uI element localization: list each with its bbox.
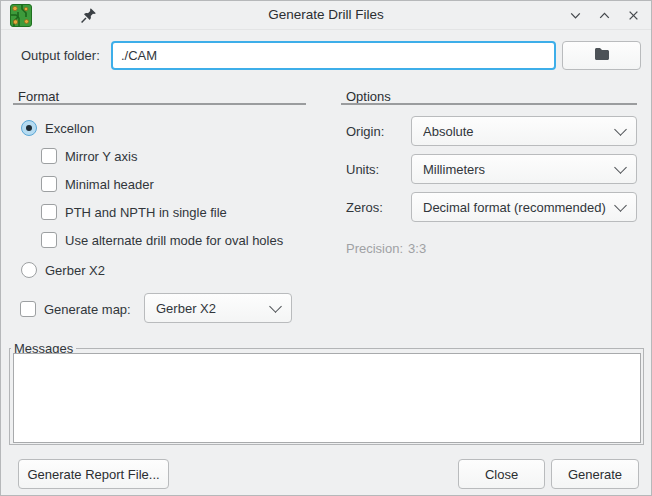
close-dialog-label: Close	[485, 467, 518, 482]
chevron-down-icon	[614, 123, 627, 136]
window-controls	[567, 1, 641, 29]
messages-area[interactable]	[13, 353, 641, 443]
radio-row-gerber-x2: Gerber X2	[21, 262, 105, 278]
output-folder-input[interactable]	[111, 41, 556, 70]
units-select[interactable]: Millimeters	[411, 154, 637, 184]
browse-folder-button[interactable]	[562, 41, 641, 70]
mirror-y-label: Mirror Y axis	[65, 149, 137, 164]
zeros-value: Decimal format (recommended)	[423, 200, 606, 215]
generate-map-label: Generate map:	[44, 302, 131, 317]
oval-holes-label: Use alternate drill mode for oval holes	[65, 233, 283, 248]
checkbox-row-mirror-y: Mirror Y axis	[41, 148, 137, 164]
checkbox-row-oval-holes: Use alternate drill mode for oval holes	[41, 232, 283, 248]
pth-npth-label: PTH and NPTH in single file	[65, 205, 227, 220]
origin-label: Origin:	[346, 124, 384, 139]
generate-map-value: Gerber X2	[156, 301, 216, 316]
chevron-down-icon	[269, 300, 282, 313]
window-title: Generate Drill Files	[1, 7, 651, 22]
close-dialog-button[interactable]: Close	[458, 459, 545, 489]
origin-select[interactable]: Absolute	[411, 116, 637, 146]
generate-map-checkbox[interactable]	[20, 301, 36, 317]
checkbox-row-pth-npth: PTH and NPTH in single file	[41, 204, 227, 220]
gerber-x2-radio[interactable]	[21, 262, 37, 278]
units-value: Millimeters	[423, 162, 485, 177]
generate-map-select[interactable]: Gerber X2	[144, 293, 292, 323]
gerber-x2-radio-label: Gerber X2	[45, 263, 105, 278]
generate-label: Generate	[568, 467, 622, 482]
zeros-label: Zeros:	[346, 200, 383, 215]
output-folder-label: Output folder:	[21, 48, 100, 63]
chevron-down-icon	[614, 199, 627, 212]
minimal-header-label: Minimal header	[65, 177, 154, 192]
format-divider	[13, 103, 306, 105]
zeros-select[interactable]: Decimal format (recommended)	[411, 192, 637, 222]
excellon-radio-label: Excellon	[45, 121, 94, 136]
origin-value: Absolute	[423, 124, 474, 139]
mirror-y-checkbox[interactable]	[41, 148, 57, 164]
generate-report-file-label: Generate Report File...	[27, 467, 159, 482]
precision-row: Precision: 3:3	[346, 241, 426, 256]
maximize-button[interactable]	[596, 7, 612, 23]
minimal-header-checkbox[interactable]	[41, 176, 57, 192]
chevron-down-icon	[614, 161, 627, 174]
excellon-radio[interactable]	[21, 120, 37, 136]
generate-drill-files-dialog: Generate Drill Files Output folder:	[0, 0, 652, 496]
generate-button[interactable]: Generate	[551, 459, 639, 489]
precision-label: Precision:	[346, 241, 403, 256]
precision-value: 3:3	[408, 241, 426, 256]
folder-icon	[594, 47, 610, 64]
titlebar: Generate Drill Files	[1, 1, 651, 30]
pth-npth-checkbox[interactable]	[41, 204, 57, 220]
format-section-title: Format	[18, 89, 59, 104]
oval-holes-checkbox[interactable]	[41, 232, 57, 248]
close-button[interactable]	[625, 7, 641, 23]
minimize-button[interactable]	[567, 7, 583, 23]
options-section-title: Options	[346, 89, 391, 104]
generate-report-file-button[interactable]: Generate Report File...	[18, 459, 169, 489]
generate-map-row: Generate map:	[20, 301, 131, 317]
radio-row-excellon: Excellon	[21, 120, 94, 136]
options-divider	[341, 103, 637, 105]
checkbox-row-minimal-header: Minimal header	[41, 176, 154, 192]
units-label: Units:	[346, 162, 379, 177]
